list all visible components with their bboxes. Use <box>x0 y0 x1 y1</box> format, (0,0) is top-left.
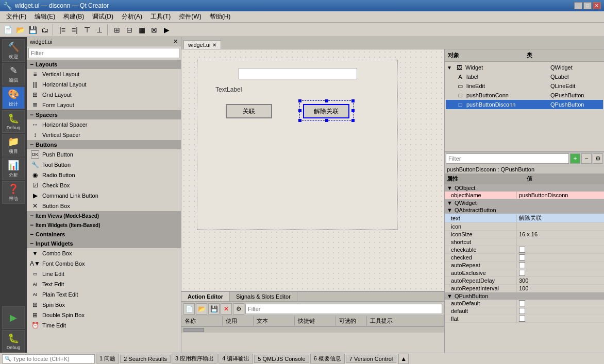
prop-row-objectname[interactable]: objectName pushButtonDisconn <box>445 192 604 199</box>
widget-item-horizontal-layout[interactable]: ||| Horizontal Layout <box>27 79 181 90</box>
prop-row-checkable[interactable]: checkable <box>445 246 604 254</box>
expand-widget-icon[interactable]: ▼ <box>447 65 453 71</box>
side-btn-help[interactable]: ❓ 帮助 <box>2 181 25 204</box>
props-filter-remove[interactable]: − <box>581 153 592 164</box>
toolbar-align-right[interactable]: ≡| <box>69 24 80 36</box>
widget-item-horizontal-spacer[interactable]: ↔ Horizontal Spacer <box>27 119 181 130</box>
section-containers[interactable]: Containers <box>27 230 181 239</box>
status-item-qml[interactable]: 5 QML/JS Console <box>254 355 309 363</box>
toolbar-preview[interactable]: ▶ <box>161 24 172 36</box>
design-canvas[interactable]: TextLabel 关联 解除关联 <box>197 60 398 230</box>
flat-checkbox[interactable] <box>519 316 525 322</box>
section-item-widgets[interactable]: Item Widgets (Item-Based) <box>27 220 181 230</box>
toolbar-grid2[interactable]: ⊟ <box>124 24 135 36</box>
section-spacers[interactable]: Spacers <box>27 110 181 119</box>
widget-item-vertical-layout[interactable]: ≡ Vertical Layout <box>27 69 181 79</box>
widget-item-tool-button[interactable]: 🔧 Tool Button <box>27 160 181 170</box>
checked-checkbox[interactable] <box>519 254 525 261</box>
menu-edit[interactable]: 编辑(E) <box>30 11 59 22</box>
prop-row-flat[interactable]: flat <box>445 315 604 323</box>
side-btn-run[interactable]: ▶ <box>2 306 25 329</box>
widget-filter-input[interactable] <box>28 48 179 58</box>
widget-item-plain-text-edit[interactable]: AI Plain Text Edit <box>27 289 181 300</box>
widget-item-command-link-button[interactable]: ▶ Command Link Button <box>27 190 181 201</box>
status-item-overview[interactable]: 6 概要信息 <box>310 354 345 363</box>
menu-build[interactable]: 构建(B) <box>59 11 88 22</box>
status-item-problems[interactable]: 1 问题 <box>96 354 119 363</box>
menu-help[interactable]: 帮助(H) <box>206 11 235 22</box>
prop-row-autorepeatinterval[interactable]: autoRepeatInterval 100 <box>445 285 604 292</box>
action-save-btn[interactable]: 💾 <box>208 303 220 315</box>
widget-item-vertical-spacer[interactable]: ↕ Vertical Spacer <box>27 130 181 140</box>
locate-input[interactable] <box>13 356 92 362</box>
obj-item-widget[interactable]: ▼ 🖼 Widget QWidget <box>446 63 603 72</box>
menu-debug[interactable]: 调试(D) <box>88 11 118 22</box>
widget-item-form-layout[interactable]: ≣ Form Layout <box>27 100 181 110</box>
section-input-widgets[interactable]: Input Widgets <box>27 239 181 248</box>
prop-value-autorepeatdelay[interactable]: 300 <box>517 277 604 284</box>
toolbar-layout[interactable]: ▦ <box>136 24 147 36</box>
autorepeat-checkbox[interactable] <box>519 262 525 268</box>
default-checkbox[interactable] <box>519 308 525 314</box>
prop-section-qabstractbutton[interactable]: ▼ QAbstractButton <box>445 206 604 214</box>
action-open-btn[interactable]: 📂 <box>196 303 207 315</box>
widget-item-double-spin-box[interactable]: ⊞ Double Spin Box <box>27 310 181 320</box>
prop-row-autodefault[interactable]: autoDefault <box>445 300 604 307</box>
status-item-compile[interactable]: 4 编译输出 <box>219 354 253 363</box>
handle-ml[interactable] <box>298 109 301 112</box>
handle-bl[interactable] <box>298 119 301 122</box>
prop-section-qpushbutton[interactable]: ▼ QPushButton <box>445 292 604 300</box>
prop-row-checked[interactable]: checked <box>445 254 604 262</box>
prop-section-qobject[interactable]: ▼ QObject <box>445 184 604 192</box>
scrollbar-thumb[interactable] <box>183 328 204 332</box>
prop-row-autorepeatdelay[interactable]: autoRepeatDelay 300 <box>445 277 604 285</box>
tab-signals-slots[interactable]: Signals & Slots Editor <box>230 292 297 301</box>
prop-row-autoexclusive[interactable]: autoExclusive <box>445 269 604 277</box>
section-item-views[interactable]: Item Views (Model-Based) <box>27 211 181 220</box>
widget-item-spin-box[interactable]: ⊞ Spin Box <box>27 300 181 310</box>
side-btn-debug[interactable]: 🐛 Debug <box>2 110 25 133</box>
side-btn-debug2[interactable]: 🐛 Debug <box>2 330 25 353</box>
obj-item-push-disconn[interactable]: □ pushButtonDisconn QPushButton <box>446 100 603 109</box>
autoexclusive-checkbox[interactable] <box>519 270 525 276</box>
obj-item-label[interactable]: A label QLabel <box>446 72 603 81</box>
toolbar-open[interactable]: 📂 <box>14 24 26 36</box>
status-item-app-output[interactable]: 3 应用程序输出 <box>172 354 217 363</box>
widget-item-font-combo-box[interactable]: A▼ Font Combo Box <box>27 258 181 269</box>
toolbar-new[interactable]: 📄 <box>2 24 13 36</box>
handle-bm[interactable] <box>325 119 328 122</box>
toolbar-align-top[interactable]: ⊤ <box>81 24 93 36</box>
tab-widget-ui[interactable]: widget.ui ✕ <box>183 40 221 49</box>
widget-item-check-box[interactable]: ☑ Check Box <box>27 180 181 190</box>
action-new-btn[interactable]: 📄 <box>183 303 195 315</box>
status-item-version-control[interactable]: 7 Version Control <box>346 355 396 363</box>
checkable-checkbox[interactable] <box>519 247 525 253</box>
handle-br[interactable] <box>351 119 355 122</box>
menu-tools[interactable]: 工具(T) <box>146 11 175 22</box>
tab-action-editor[interactable]: Action Editor <box>181 292 230 301</box>
toolbar-layout2[interactable]: ⊠ <box>148 24 160 36</box>
canvas-btn-conn[interactable]: 关联 <box>226 104 272 118</box>
obj-item-push-conn[interactable]: □ pushButtonConn QPushButton <box>446 91 603 100</box>
widget-item-button-box[interactable]: ✕ Button Box <box>27 201 181 211</box>
action-filter-input[interactable] <box>245 304 442 314</box>
prop-row-autorepeat[interactable]: autoRepeat <box>445 262 604 269</box>
props-filter-input[interactable] <box>446 153 569 164</box>
status-overflow-btn[interactable]: ▲ <box>398 354 409 364</box>
widget-item-push-button[interactable]: OK Push Button <box>27 149 181 160</box>
maximize-button[interactable]: □ <box>583 2 592 9</box>
widget-item-radio-button[interactable]: ◉ Radio Button <box>27 170 181 180</box>
prop-section-qwidget[interactable]: ▼ QWidget <box>445 199 604 206</box>
widget-item-time-edit[interactable]: ⏰ Time Edit <box>27 320 181 331</box>
side-btn-welcome[interactable]: 🔨 欢迎 <box>2 39 25 62</box>
autodefault-checkbox[interactable] <box>519 300 525 306</box>
menu-analyze[interactable]: 分析(A) <box>118 11 146 22</box>
prop-value-objectname[interactable]: pushButtonDisconn <box>517 192 604 199</box>
widget-item-text-edit[interactable]: AI Text Edit <box>27 279 181 289</box>
toolbar-align-bottom[interactable]: ⊥ <box>94 24 105 36</box>
tab-close-icon[interactable]: ✕ <box>212 42 216 48</box>
side-btn-project[interactable]: 📁 项目 <box>2 134 25 157</box>
side-btn-analyze[interactable]: 📊 分析 <box>2 158 25 180</box>
prop-row-shortcut[interactable]: shortcut <box>445 238 604 246</box>
side-btn-edit[interactable]: ✎ 编辑 <box>2 63 25 85</box>
